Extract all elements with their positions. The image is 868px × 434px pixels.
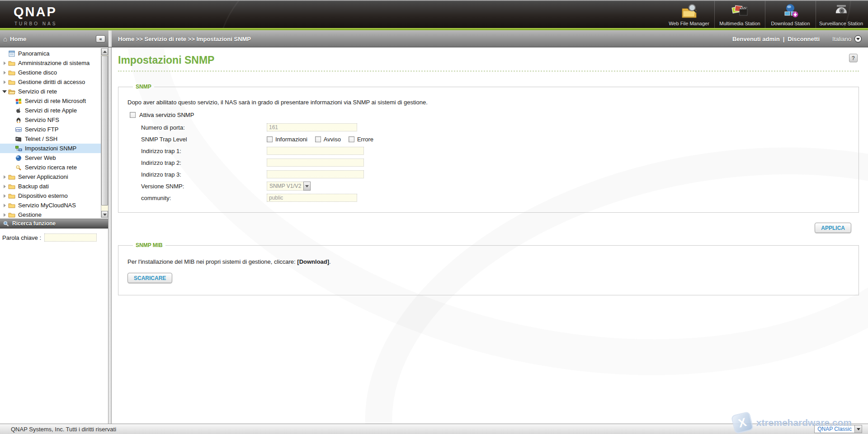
logo-subtitle: TURBO NAS — [14, 21, 57, 26]
version-label: Versione SNMP: — [141, 183, 267, 190]
network-search-icon — [15, 164, 22, 171]
language-label: Italiano — [832, 36, 851, 42]
theme-select[interactable]: QNAP Classic — [814, 425, 862, 433]
port-label: Numero di porta: — [141, 124, 267, 131]
trap3-input[interactable] — [267, 170, 364, 178]
community-row: community: — [141, 193, 849, 202]
avviso-checkbox[interactable] — [315, 136, 321, 142]
informazioni-checkbox[interactable] — [267, 136, 273, 142]
tree-item-label: Telnet / SSH — [25, 135, 57, 142]
tree-item-label: Gestione — [18, 211, 42, 218]
expand-arrow-icon[interactable] — [2, 203, 7, 208]
keyword-search-row: Parola chiave : — [0, 229, 108, 247]
folder-icon — [8, 79, 15, 86]
function-search-header: Ricerca funzione — [0, 219, 108, 229]
trap-level-label: SNMP Trap Level — [141, 136, 267, 143]
welcome-text: Benvenuti admin — [732, 36, 780, 42]
tree-item-gestione-diritti-di-accesso[interactable]: Gestione diritti di accesso — [0, 77, 101, 87]
tree-item-amministrazione-di-sistema[interactable]: Amministrazione di sistema — [0, 58, 101, 68]
tree-item-label: Server Applicazioni — [18, 173, 68, 180]
select-arrow-button[interactable] — [303, 182, 311, 191]
sidebar-splitter[interactable] — [108, 47, 112, 424]
scrollbar-thumb[interactable] — [101, 56, 108, 205]
linux-tux-icon — [15, 117, 22, 124]
trap3-label: Indirizzo trap 3: — [141, 171, 267, 178]
station-web-file-manager[interactable]: Web File Manager — [664, 1, 714, 28]
expand-arrow-icon[interactable] — [2, 89, 7, 94]
enable-snmp-row: Attiva servizio SNMP — [130, 112, 849, 118]
expand-arrow-icon[interactable] — [2, 70, 7, 75]
tree-item-label: Impostazioni SNMP — [25, 145, 76, 152]
port-input[interactable] — [267, 123, 357, 131]
tree-item-servizio-ftp[interactable]: FTP Servizio FTP — [0, 125, 101, 134]
theme-select-arrow-button[interactable] — [854, 425, 862, 433]
tree-item-panoramica[interactable]: Panoramica — [0, 49, 101, 58]
station-multimedia[interactable]: Multimedia Station — [714, 1, 765, 28]
tree-item-dispositivo-esterno[interactable]: Dispositivo esterno — [0, 191, 101, 201]
snmp-description: Dopo aver abilitato questo servizio, il … — [127, 99, 849, 106]
expand-arrow-icon[interactable] — [2, 79, 7, 85]
folder-icon — [8, 69, 15, 76]
home-icon: ⌂ — [3, 35, 7, 43]
trap1-input[interactable] — [267, 147, 364, 155]
help-button[interactable]: ? — [849, 54, 858, 62]
expand-arrow-icon[interactable] — [2, 193, 7, 199]
breadcrumb-bar: Home >> Servizio di rete >> Impostazioni… — [112, 30, 868, 47]
tree-item-gestione[interactable]: Gestione — [0, 210, 101, 219]
tree-item-label: Servizio FTP — [25, 126, 58, 133]
tree-item-label: Servizi di rete Microsoft — [25, 98, 86, 104]
download-mib-button[interactable]: SCARICARE — [127, 273, 172, 283]
apple-icon — [15, 107, 22, 114]
folder-icon — [8, 60, 15, 67]
station-label: Download Station — [771, 21, 810, 26]
apply-button[interactable]: APPLICA — [815, 223, 851, 233]
web-file-manager-icon — [680, 3, 698, 19]
tree-item-servizi-di-rete-microsoft[interactable]: Servizi di rete Microsoft — [0, 96, 101, 106]
tree-item-telnet-ssh[interactable]: Telnet / SSH — [0, 134, 101, 144]
expand-arrow-icon[interactable] — [2, 212, 7, 218]
collapse-sidebar-button[interactable]: « — [96, 35, 105, 42]
port-row: Numero di porta: — [141, 123, 849, 132]
trap2-input[interactable] — [267, 159, 364, 167]
expand-arrow-icon[interactable] — [2, 61, 7, 66]
tree-item-gestione-disco[interactable]: Gestione disco — [0, 68, 101, 77]
theme-select-value: QNAP Classic — [815, 426, 854, 432]
station-shortcuts: Web File Manager Multimedia Station — [664, 1, 866, 28]
expand-arrow-icon[interactable] — [2, 174, 7, 180]
tree-item-impostazioni-snmp[interactable]: Impostazioni SNMP — [0, 144, 101, 153]
scroll-down-button[interactable] — [101, 211, 108, 218]
language-dropdown-icon[interactable] — [854, 35, 862, 42]
scroll-up-button[interactable] — [101, 48, 108, 55]
tree-item-server-web[interactable]: Server Web — [0, 153, 101, 163]
enable-snmp-checkbox[interactable] — [130, 112, 136, 118]
trap3-row: Indirizzo trap 3: — [141, 170, 849, 179]
tree-item-backup-dati[interactable]: Backup dati — [0, 182, 101, 191]
station-download[interactable]: Download Station — [765, 1, 816, 28]
errore-checkbox[interactable] — [349, 136, 354, 142]
keyword-input[interactable] — [44, 233, 97, 242]
tree-item-servizi-di-rete-apple[interactable]: Servizi di rete Apple — [0, 106, 101, 115]
main-content: ? Impostazioni SNMP SNMP Dopo aver abili… — [112, 47, 868, 424]
svg-text:FTP: FTP — [16, 128, 21, 131]
station-label: Web File Manager — [669, 21, 709, 26]
station-surveillance[interactable]: Surveillance Station — [816, 1, 866, 28]
search-icon — [3, 221, 9, 227]
logout-link[interactable]: Disconnetti — [788, 36, 820, 42]
expand-arrow-icon[interactable] — [2, 184, 7, 189]
trap2-label: Indirizzo trap 2: — [141, 159, 267, 166]
community-input[interactable] — [267, 194, 357, 202]
mib-download-word: [Download] — [297, 258, 329, 265]
avviso-label: Avviso — [324, 136, 341, 143]
surveillance-station-icon — [832, 3, 850, 19]
scroll-up-icon — [103, 51, 107, 53]
snmp-version-select[interactable]: SNMP V1/V2 — [267, 182, 311, 191]
tree-item-servizio-nfs[interactable]: Servizio NFS — [0, 115, 101, 125]
tree-item-servizio-mycloudnas[interactable]: Servizio MyCloudNAS — [0, 201, 101, 210]
tree-item-server-applicazioni[interactable]: Server Applicazioni — [0, 172, 101, 182]
trap1-label: Indirizzo trap 1: — [141, 148, 267, 154]
tree-item-servizio-di-rete[interactable]: Servizio di rete — [0, 87, 101, 96]
sidebar: Panoramica Amministrazione di sistema Ge… — [0, 47, 108, 424]
tree-item-servizio-ricerca-rete[interactable]: Servizio ricerca rete — [0, 163, 101, 172]
tree-item-label: Servizio di rete — [18, 88, 57, 95]
snmp-icon — [15, 145, 22, 152]
